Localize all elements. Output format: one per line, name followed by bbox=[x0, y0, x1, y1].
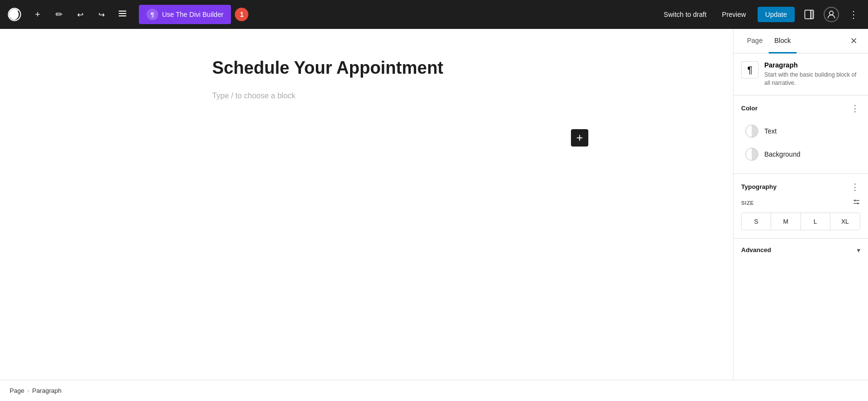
size-label: SIZE bbox=[741, 198, 860, 208]
color-section-title: Color bbox=[741, 105, 758, 112]
text-color-label: Text bbox=[764, 127, 777, 135]
color-section: Color ⋮ Text Background bbox=[733, 95, 868, 174]
update-button[interactable]: Update bbox=[758, 7, 795, 22]
wp-logo[interactable] bbox=[6, 6, 23, 23]
breadcrumb-paragraph: Paragraph bbox=[32, 387, 62, 394]
text-color-option[interactable]: Text bbox=[741, 120, 860, 143]
divi-icon: ¶ bbox=[147, 9, 158, 20]
main-toolbar: + ✏ ↩ ↪ ¶ Use The Divi Builder 1 Switch … bbox=[0, 0, 868, 29]
color-more-button[interactable]: ⋮ bbox=[850, 103, 860, 114]
block-placeholder[interactable]: Type / to choose a block bbox=[212, 90, 521, 102]
paragraph-icon: ¶ bbox=[741, 61, 759, 79]
user-avatar-button[interactable] bbox=[824, 7, 839, 22]
text-color-swatch bbox=[745, 124, 759, 138]
size-filter-button[interactable] bbox=[853, 198, 860, 208]
svg-rect-2 bbox=[119, 13, 126, 14]
size-s-button[interactable]: S bbox=[742, 213, 771, 230]
background-color-swatch bbox=[745, 147, 759, 161]
breadcrumb-bar: Page › Paragraph bbox=[0, 380, 868, 401]
sidebar-close-button[interactable]: ✕ bbox=[847, 34, 860, 48]
background-color-label: Background bbox=[764, 150, 800, 158]
size-l-button[interactable]: L bbox=[801, 213, 830, 230]
typography-section: Typography ⋮ SIZE S M L XL bbox=[733, 174, 868, 239]
breadcrumb-chevron-icon: › bbox=[27, 387, 29, 394]
block-title: Paragraph bbox=[764, 61, 860, 69]
add-block-float-button[interactable]: + bbox=[571, 129, 588, 147]
add-block-button[interactable]: + bbox=[29, 6, 46, 23]
color-section-header: Color ⋮ bbox=[741, 103, 860, 114]
divi-builder-button[interactable]: ¶ Use The Divi Builder bbox=[139, 5, 231, 24]
size-buttons: S M L XL bbox=[741, 213, 860, 230]
breadcrumb-page[interactable]: Page bbox=[10, 387, 24, 394]
size-xl-button[interactable]: XL bbox=[830, 213, 860, 230]
editor-area: Schedule Your Appointment Type / to choo… bbox=[0, 29, 733, 380]
notification-badge[interactable]: 1 bbox=[235, 8, 248, 21]
sidebar-toggle-button[interactable] bbox=[800, 6, 818, 23]
advanced-chevron-icon: ▾ bbox=[857, 246, 860, 254]
tools-button[interactable] bbox=[114, 6, 131, 23]
page-title[interactable]: Schedule Your Appointment bbox=[212, 58, 521, 78]
svg-rect-5 bbox=[811, 10, 814, 19]
preview-button[interactable]: Preview bbox=[716, 8, 752, 21]
more-options-button[interactable]: ⋮ bbox=[845, 6, 862, 23]
sidebar-tabs: Page Block ✕ bbox=[733, 29, 868, 53]
block-info-text: Paragraph Start with the basic building … bbox=[764, 61, 860, 87]
block-info-panel: ¶ Paragraph Start with the basic buildin… bbox=[733, 53, 868, 95]
advanced-title: Advanced bbox=[741, 246, 771, 254]
tab-page[interactable]: Page bbox=[741, 29, 769, 53]
edit-button[interactable]: ✏ bbox=[50, 6, 68, 23]
svg-point-7 bbox=[829, 11, 833, 15]
svg-rect-3 bbox=[119, 15, 126, 16]
right-sidebar: Page Block ✕ ¶ Paragraph Start with the … bbox=[733, 29, 868, 380]
background-color-option[interactable]: Background bbox=[741, 143, 860, 166]
typography-section-title: Typography bbox=[741, 183, 776, 190]
main-layout: Schedule Your Appointment Type / to choo… bbox=[0, 29, 868, 380]
size-m-button[interactable]: M bbox=[771, 213, 800, 230]
add-block-float-icon: + bbox=[576, 131, 583, 145]
divi-btn-label: Use The Divi Builder bbox=[162, 11, 223, 18]
tab-block[interactable]: Block bbox=[769, 29, 797, 53]
redo-button[interactable]: ↪ bbox=[93, 6, 110, 23]
undo-button[interactable]: ↩ bbox=[71, 6, 89, 23]
typography-section-header: Typography ⋮ bbox=[741, 182, 860, 192]
typography-more-button[interactable]: ⋮ bbox=[850, 182, 860, 192]
block-description: Start with the basic building block of a… bbox=[764, 71, 860, 87]
switch-to-draft-button[interactable]: Switch to draft bbox=[660, 8, 710, 21]
advanced-section[interactable]: Advanced ▾ bbox=[733, 239, 868, 262]
editor-content: Schedule Your Appointment Type / to choo… bbox=[193, 58, 540, 102]
toolbar-right: Switch to draft Preview Update ⋮ bbox=[660, 6, 862, 23]
svg-rect-1 bbox=[119, 11, 126, 12]
